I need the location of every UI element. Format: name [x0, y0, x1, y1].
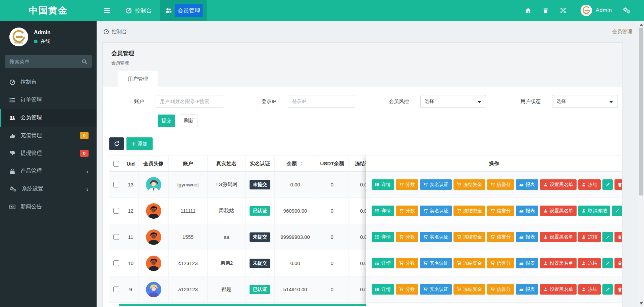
- row-checkbox[interactable]: [113, 287, 119, 292]
- fullscreen-button[interactable]: [554, 0, 572, 21]
- header-余额[interactable]: 余额: [274, 156, 316, 171]
- nav-tab-members[interactable]: 会员管理: [160, 0, 207, 21]
- sidebar-item-提现管理[interactable]: 提现管理0: [0, 144, 97, 162]
- action-report-button[interactable]: 报表: [516, 258, 538, 268]
- action-freeze-funds-button[interactable]: 冻结资金: [453, 179, 485, 190]
- row-checkbox[interactable]: [113, 208, 119, 214]
- brand-logo[interactable]: 中国黄金: [0, 0, 97, 21]
- action-freeze-button[interactable]: 冻结: [578, 284, 601, 295]
- action-report-button[interactable]: 报表: [516, 284, 538, 295]
- uid-cell: 9: [123, 276, 138, 302]
- sidebar-item-充值管理[interactable]: 充值管理0: [0, 127, 97, 144]
- action-detail-button[interactable]: 详情: [372, 232, 394, 242]
- sidebar-item-系统设置[interactable]: 系统设置‹: [0, 180, 97, 198]
- sidebar-item-新闻公告[interactable]: 新闻公告: [0, 198, 97, 216]
- select-all-checkbox[interactable]: [113, 161, 119, 167]
- action-delete-button[interactable]: [614, 179, 622, 190]
- search-icon[interactable]: [82, 59, 87, 64]
- scroll-down-button[interactable]: [638, 301, 644, 306]
- action-score-button[interactable]: 分数: [396, 284, 418, 295]
- action-detail-button[interactable]: 详情: [372, 284, 394, 295]
- home-button[interactable]: [520, 0, 537, 21]
- action-blacklist-button[interactable]: 设置黑名单: [540, 232, 577, 242]
- action-score-button[interactable]: 分数: [396, 232, 418, 242]
- action-realname-button[interactable]: 实名认证: [420, 206, 452, 216]
- action-detail-button[interactable]: 详情: [372, 258, 394, 268]
- action-score-button[interactable]: 分数: [396, 258, 418, 268]
- sidebar-item-控制台[interactable]: 控制台: [0, 73, 97, 91]
- sidebar-toggle-button[interactable]: [97, 0, 117, 21]
- nav-tab-console[interactable]: 控制台: [117, 0, 160, 21]
- menu-search-input[interactable]: [9, 59, 82, 64]
- action-freeze-funds-button[interactable]: 冻结资金: [453, 206, 485, 216]
- action-report-button[interactable]: 报表: [516, 179, 538, 190]
- action-freeze-button[interactable]: 冻结: [578, 258, 601, 268]
- refresh-button[interactable]: 刷新: [180, 115, 198, 127]
- action-delete-button[interactable]: [614, 258, 622, 268]
- vertical-scrollbar-thumb[interactable]: [639, 28, 643, 195]
- user-icon: [582, 235, 586, 239]
- tab-user-management[interactable]: 用户管理: [118, 71, 158, 87]
- action-credit-button[interactable]: 信誉分: [487, 258, 514, 268]
- horizontal-scrollbar-thumb[interactable]: [119, 304, 386, 306]
- cart-icon: [423, 209, 428, 213]
- action-score-button[interactable]: 分数: [396, 179, 418, 190]
- login-ip-input[interactable]: [288, 95, 355, 108]
- action-delete-button[interactable]: [614, 232, 622, 242]
- breadcrumb-home[interactable]: 控制台: [112, 29, 127, 35]
- action-realname-button[interactable]: 实名认证: [420, 258, 452, 268]
- cart-icon: [457, 235, 461, 239]
- settings-button[interactable]: [618, 0, 635, 21]
- action-detail-button[interactable]: 详情: [372, 206, 394, 216]
- action-blacklist-button[interactable]: 设置黑名单: [540, 258, 577, 268]
- action-blacklist-button[interactable]: 设置黑名单: [540, 179, 577, 190]
- action-report-button[interactable]: 报表: [516, 232, 538, 242]
- action-edit-button[interactable]: [602, 179, 613, 190]
- action-freeze-funds-button[interactable]: 冻结资金: [453, 284, 485, 295]
- row-checkbox-cell: [109, 224, 123, 250]
- action-realname-button[interactable]: 实名认证: [420, 179, 452, 190]
- action-freeze-funds-button[interactable]: 冻结资金: [453, 258, 485, 268]
- action-blacklist-button[interactable]: 设置黑名单: [540, 206, 577, 216]
- sidebar-item-label: 系统设置: [22, 185, 43, 192]
- action-credit-button[interactable]: 信誉分: [487, 179, 514, 190]
- action-edit-button[interactable]: [602, 258, 613, 268]
- action-credit-button[interactable]: 信誉分: [487, 284, 514, 295]
- sidebar-item-会员管理[interactable]: 会员管理: [0, 109, 97, 127]
- action-unfreeze-button[interactable]: 取消冻结: [578, 206, 610, 216]
- action-label: 详情: [381, 182, 391, 188]
- reload-table-button[interactable]: [109, 137, 124, 150]
- action-realname-button[interactable]: 实名认证: [420, 232, 452, 242]
- add-member-button[interactable]: 添加: [126, 137, 153, 150]
- submit-button[interactable]: 提交: [158, 115, 175, 127]
- cart-icon: [457, 209, 461, 213]
- action-freeze-button[interactable]: 冻结: [578, 232, 601, 242]
- row-checkbox[interactable]: [113, 182, 119, 187]
- action-delete-button[interactable]: [614, 284, 622, 295]
- action-credit-button[interactable]: 信誉分: [487, 206, 514, 216]
- row-checkbox[interactable]: [113, 260, 119, 266]
- action-edit-button[interactable]: [602, 232, 613, 242]
- action-realname-button[interactable]: 实名认证: [420, 284, 452, 295]
- clear-cache-button[interactable]: [537, 0, 554, 21]
- cell-value: 0.00: [290, 260, 300, 266]
- action-blacklist-button[interactable]: 设置黑名单: [540, 284, 577, 295]
- action-edit-button[interactable]: [602, 284, 613, 295]
- risk-select[interactable]: 选择: [420, 95, 486, 108]
- sidebar-item-产品管理[interactable]: 产品管理‹: [0, 162, 97, 180]
- user-menu[interactable]: Admin: [572, 5, 618, 16]
- action-score-button[interactable]: 分数: [396, 206, 418, 216]
- row-checkbox[interactable]: [113, 234, 119, 240]
- action-edit-button[interactable]: [612, 206, 622, 216]
- account-search-input[interactable]: [156, 95, 223, 108]
- sidebar-item-订单管理[interactable]: 订单管理: [0, 91, 97, 109]
- action-freeze-button[interactable]: 冻结: [578, 179, 601, 190]
- action-detail-button[interactable]: 详情: [372, 179, 394, 190]
- action-freeze-funds-button[interactable]: 冻结资金: [453, 232, 485, 242]
- action-report-button[interactable]: 报表: [516, 206, 538, 216]
- user-status-select[interactable]: 选择: [552, 95, 618, 108]
- action-credit-button[interactable]: 信誉分: [487, 232, 514, 242]
- cell-value: 10: [128, 260, 133, 266]
- scroll-up-button[interactable]: [638, 21, 644, 27]
- listd-icon: [375, 235, 379, 239]
